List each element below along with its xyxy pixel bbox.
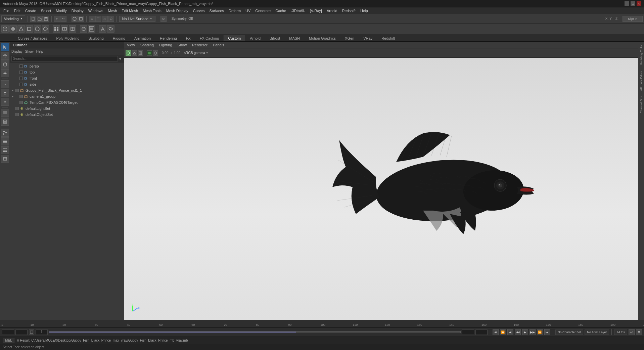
vp-perspective-btn[interactable] bbox=[132, 50, 137, 56]
timeline-track[interactable]: 1102030405060708090100110120130140150160… bbox=[1, 320, 643, 327]
menu-item-select[interactable]: Select bbox=[39, 8, 53, 13]
shelf-btn-2[interactable] bbox=[9, 25, 17, 33]
outliner-menu-help[interactable]: Help bbox=[36, 50, 43, 53]
snap-point-btn[interactable]: ◇ bbox=[102, 16, 108, 22]
live-surface-dropdown[interactable]: No Live Surface ▼ bbox=[119, 16, 155, 22]
snap-grid-btn[interactable]: ⊞ bbox=[89, 16, 95, 22]
modeling-dropdown[interactable]: Modeling ▼ bbox=[1, 15, 25, 22]
tab-fx[interactable]: FX bbox=[182, 35, 195, 41]
render-setup-btn[interactable] bbox=[1, 118, 9, 126]
vp-shading-btn[interactable] bbox=[147, 50, 152, 56]
shelf-btn-11[interactable] bbox=[88, 25, 95, 33]
menu-item-edit[interactable]: Edit bbox=[12, 8, 22, 13]
maximize-button[interactable]: □ bbox=[631, 1, 635, 6]
soft-select-btn[interactable]: ~ bbox=[1, 80, 9, 88]
tab-rendering[interactable]: Rendering bbox=[155, 35, 181, 41]
paint-select-btn[interactable]: ✏ bbox=[1, 98, 9, 106]
tab-fx-caching[interactable]: FX Caching bbox=[195, 35, 223, 41]
vp-grid-btn[interactable] bbox=[138, 50, 143, 56]
frame-max-end-input[interactable]: 200 bbox=[475, 330, 488, 335]
shelf-btn-4[interactable] bbox=[26, 25, 33, 33]
display-layer-btn[interactable] bbox=[1, 109, 9, 117]
vp-tab-panels[interactable]: Panels bbox=[212, 43, 226, 47]
menu-item-surfaces[interactable]: Surfaces bbox=[208, 8, 226, 13]
menu-item-cache[interactable]: Cache bbox=[273, 8, 288, 13]
shelf-btn-3[interactable] bbox=[17, 25, 25, 33]
play-forward-btn[interactable]: ▶ bbox=[522, 329, 528, 335]
settings-btn[interactable]: ⚙ bbox=[636, 329, 642, 335]
menu-item--v-ray-[interactable]: [V-Ray] bbox=[308, 8, 324, 13]
tab-poly-modeling[interactable]: Poly Modeling bbox=[52, 35, 84, 41]
no-character-set-btn[interactable]: No Character Set bbox=[555, 330, 584, 335]
tab-redshift[interactable]: Redshift bbox=[377, 35, 399, 41]
shelf-btn-6[interactable] bbox=[42, 25, 49, 33]
shelf-btn-10[interactable] bbox=[80, 25, 87, 33]
go-to-end-btn[interactable]: ⏭ bbox=[544, 329, 550, 335]
fps-btn[interactable]: 24 fps bbox=[614, 330, 627, 335]
shelf-btn-5[interactable] bbox=[34, 25, 41, 33]
lasso-select-btn[interactable]: ⊏ bbox=[1, 89, 9, 97]
outliner-item-3[interactable]: side bbox=[10, 81, 124, 87]
menu-item-mesh[interactable]: Mesh bbox=[106, 8, 119, 13]
outliner-search-input[interactable] bbox=[11, 56, 118, 61]
go-to-start-btn[interactable]: ⏮ bbox=[493, 329, 499, 335]
close-button[interactable]: ✕ bbox=[637, 1, 641, 6]
shelf-btn-8[interactable] bbox=[61, 25, 68, 33]
no-anim-layer-btn[interactable]: No Anim Layer bbox=[585, 330, 609, 335]
tab-vray[interactable]: VRay bbox=[359, 35, 377, 41]
vp-tab-show[interactable]: Show bbox=[176, 43, 188, 47]
menu-item-curves[interactable]: Curves bbox=[191, 8, 207, 13]
tab-custom[interactable]: Custom bbox=[224, 35, 245, 41]
vp-wireframe-btn[interactable] bbox=[153, 50, 158, 56]
menu-item-arnold[interactable]: Arnold bbox=[325, 8, 339, 13]
play-reverse-btn[interactable]: ◀◀ bbox=[515, 329, 521, 335]
tab-motion-graphics[interactable]: Motion Graphics bbox=[305, 35, 340, 41]
menu-item-mesh-tools[interactable]: Mesh Tools bbox=[141, 8, 163, 13]
snap-curve-btn[interactable]: ⌒ bbox=[95, 16, 101, 22]
search-clear-btn[interactable]: ▼ bbox=[118, 56, 123, 61]
menu-item-mesh-display[interactable]: Mesh Display bbox=[164, 8, 190, 13]
rotate-tool-btn[interactable] bbox=[1, 60, 9, 69]
shelf-btn-12[interactable] bbox=[99, 25, 106, 33]
menu-item-display[interactable]: Display bbox=[70, 8, 86, 13]
vp-tab-shading[interactable]: Shading bbox=[139, 43, 155, 47]
menu-item-file[interactable]: File bbox=[1, 8, 11, 13]
vp-tab-lighting[interactable]: Lighting bbox=[158, 43, 174, 47]
undo-btn[interactable]: ↩ bbox=[54, 16, 60, 22]
outliner-menu-show[interactable]: Show bbox=[25, 50, 34, 53]
menu-item-uv[interactable]: UV bbox=[243, 8, 252, 13]
script-language-label[interactable]: MEL bbox=[3, 338, 14, 343]
menu-item-help[interactable]: Help bbox=[358, 8, 370, 13]
sign-in-btn[interactable]: Sign In bbox=[623, 16, 643, 22]
outliner-item-1[interactable]: top bbox=[10, 69, 124, 75]
select-mode-btn[interactable] bbox=[78, 16, 84, 22]
outliner-item-2[interactable]: front bbox=[10, 75, 124, 81]
node-editor-btn[interactable] bbox=[1, 129, 9, 137]
vp-gamma-dropdown[interactable]: sRGB gamma ▼ bbox=[184, 51, 209, 55]
shelf-btn-9[interactable] bbox=[69, 25, 76, 33]
construction-history-btn[interactable]: ⊙ bbox=[160, 16, 167, 22]
menu-item-modify[interactable]: Modify bbox=[54, 8, 68, 13]
tab-mash[interactable]: MASH bbox=[285, 35, 304, 41]
minimize-button[interactable]: — bbox=[625, 1, 629, 6]
right-tab-channel[interactable]: Channel Box bbox=[639, 93, 644, 116]
tab-curves---surfaces[interactable]: Curves / Surfaces bbox=[13, 35, 51, 41]
snap-surface-btn[interactable]: ⬡ bbox=[108, 16, 114, 22]
step-back-btn[interactable]: ⏪ bbox=[500, 329, 506, 335]
step-forward-btn[interactable]: ⏩ bbox=[537, 329, 543, 335]
viewport-canvas[interactable]: x y bbox=[124, 58, 638, 320]
outliner-item-0[interactable]: persp bbox=[10, 63, 124, 69]
select-tool-btn[interactable] bbox=[1, 43, 9, 51]
outliner-item-8[interactable]: defaultObjectSet bbox=[10, 112, 124, 118]
channel-box-btn[interactable] bbox=[1, 155, 9, 163]
tab-bifrost[interactable]: Bifrost bbox=[265, 35, 284, 41]
menu-item-deform[interactable]: Deform bbox=[227, 8, 243, 13]
outliner-item-4[interactable]: ▼Guppy_Fish_Black_Prince_ncl1_1 bbox=[10, 87, 124, 93]
outliner-item-6[interactable]: TempCamFBXASC046Target bbox=[10, 99, 124, 105]
vp-camera-btn[interactable] bbox=[126, 50, 131, 56]
menu-item-edit-mesh[interactable]: Edit Mesh bbox=[120, 8, 140, 13]
outliner-item-7[interactable]: defaultLightSet bbox=[10, 105, 124, 112]
redo-btn[interactable]: ↪ bbox=[60, 16, 66, 22]
next-frame-btn[interactable]: ▶▶ bbox=[530, 329, 536, 335]
vp-tab-renderer[interactable]: Renderer bbox=[191, 43, 209, 47]
